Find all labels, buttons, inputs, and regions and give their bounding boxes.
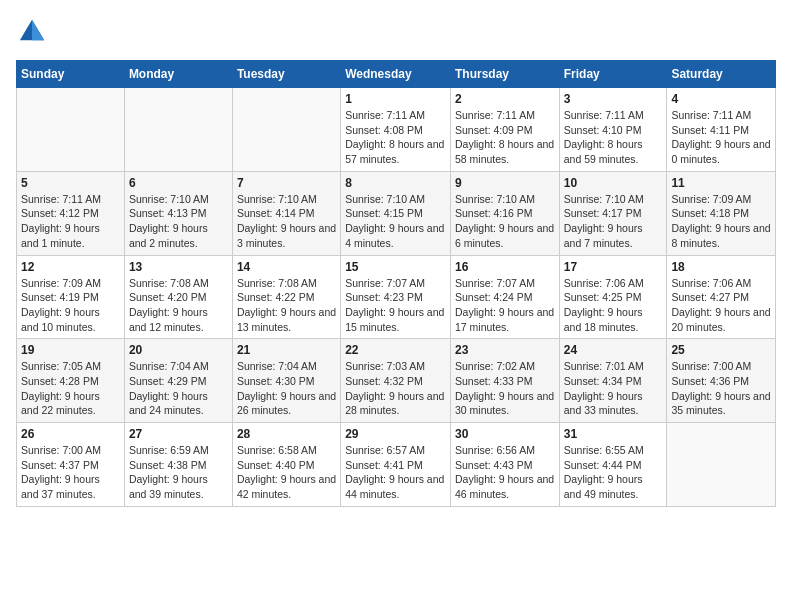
calendar-cell [667, 423, 776, 507]
day-number: 15 [345, 260, 446, 274]
day-number: 27 [129, 427, 228, 441]
calendar-cell: 14Sunrise: 7:08 AMSunset: 4:22 PMDayligh… [232, 255, 340, 339]
weekday-header-tuesday: Tuesday [232, 61, 340, 88]
day-number: 10 [564, 176, 663, 190]
day-info: Sunrise: 6:59 AMSunset: 4:38 PMDaylight:… [129, 443, 228, 502]
day-number: 17 [564, 260, 663, 274]
calendar-cell [17, 88, 125, 172]
calendar-cell: 31Sunrise: 6:55 AMSunset: 4:44 PMDayligh… [559, 423, 667, 507]
day-number: 3 [564, 92, 663, 106]
day-info: Sunrise: 7:11 AMSunset: 4:11 PMDaylight:… [671, 108, 771, 167]
calendar-week-row: 19Sunrise: 7:05 AMSunset: 4:28 PMDayligh… [17, 339, 776, 423]
day-number: 26 [21, 427, 120, 441]
day-number: 20 [129, 343, 228, 357]
calendar-cell: 7Sunrise: 7:10 AMSunset: 4:14 PMDaylight… [232, 171, 340, 255]
calendar-cell: 13Sunrise: 7:08 AMSunset: 4:20 PMDayligh… [124, 255, 232, 339]
day-info: Sunrise: 7:00 AMSunset: 4:37 PMDaylight:… [21, 443, 120, 502]
day-info: Sunrise: 7:11 AMSunset: 4:12 PMDaylight:… [21, 192, 120, 251]
calendar-cell: 28Sunrise: 6:58 AMSunset: 4:40 PMDayligh… [232, 423, 340, 507]
calendar-cell: 21Sunrise: 7:04 AMSunset: 4:30 PMDayligh… [232, 339, 340, 423]
day-number: 29 [345, 427, 446, 441]
day-number: 31 [564, 427, 663, 441]
weekday-header-monday: Monday [124, 61, 232, 88]
calendar-cell: 1Sunrise: 7:11 AMSunset: 4:08 PMDaylight… [341, 88, 451, 172]
day-info: Sunrise: 7:08 AMSunset: 4:22 PMDaylight:… [237, 276, 336, 335]
day-number: 24 [564, 343, 663, 357]
day-number: 28 [237, 427, 336, 441]
calendar-week-row: 1Sunrise: 7:11 AMSunset: 4:08 PMDaylight… [17, 88, 776, 172]
calendar-cell: 3Sunrise: 7:11 AMSunset: 4:10 PMDaylight… [559, 88, 667, 172]
calendar-cell [124, 88, 232, 172]
day-number: 9 [455, 176, 555, 190]
day-info: Sunrise: 7:06 AMSunset: 4:25 PMDaylight:… [564, 276, 663, 335]
day-info: Sunrise: 7:05 AMSunset: 4:28 PMDaylight:… [21, 359, 120, 418]
day-number: 5 [21, 176, 120, 190]
day-number: 16 [455, 260, 555, 274]
weekday-header-saturday: Saturday [667, 61, 776, 88]
day-number: 14 [237, 260, 336, 274]
calendar-cell: 11Sunrise: 7:09 AMSunset: 4:18 PMDayligh… [667, 171, 776, 255]
calendar-cell: 8Sunrise: 7:10 AMSunset: 4:15 PMDaylight… [341, 171, 451, 255]
day-number: 7 [237, 176, 336, 190]
day-number: 2 [455, 92, 555, 106]
day-number: 30 [455, 427, 555, 441]
day-info: Sunrise: 7:09 AMSunset: 4:19 PMDaylight:… [21, 276, 120, 335]
calendar-cell: 17Sunrise: 7:06 AMSunset: 4:25 PMDayligh… [559, 255, 667, 339]
day-number: 6 [129, 176, 228, 190]
calendar-cell: 16Sunrise: 7:07 AMSunset: 4:24 PMDayligh… [450, 255, 559, 339]
day-info: Sunrise: 7:04 AMSunset: 4:30 PMDaylight:… [237, 359, 336, 418]
day-info: Sunrise: 7:11 AMSunset: 4:10 PMDaylight:… [564, 108, 663, 167]
calendar-week-row: 5Sunrise: 7:11 AMSunset: 4:12 PMDaylight… [17, 171, 776, 255]
day-number: 13 [129, 260, 228, 274]
calendar-cell: 5Sunrise: 7:11 AMSunset: 4:12 PMDaylight… [17, 171, 125, 255]
calendar-cell: 23Sunrise: 7:02 AMSunset: 4:33 PMDayligh… [450, 339, 559, 423]
day-number: 12 [21, 260, 120, 274]
weekday-header-wednesday: Wednesday [341, 61, 451, 88]
calendar-cell: 12Sunrise: 7:09 AMSunset: 4:19 PMDayligh… [17, 255, 125, 339]
day-number: 23 [455, 343, 555, 357]
day-info: Sunrise: 6:57 AMSunset: 4:41 PMDaylight:… [345, 443, 446, 502]
day-number: 11 [671, 176, 771, 190]
day-info: Sunrise: 7:04 AMSunset: 4:29 PMDaylight:… [129, 359, 228, 418]
calendar-cell [232, 88, 340, 172]
logo [16, 16, 50, 48]
day-number: 19 [21, 343, 120, 357]
calendar-cell: 18Sunrise: 7:06 AMSunset: 4:27 PMDayligh… [667, 255, 776, 339]
calendar-cell: 27Sunrise: 6:59 AMSunset: 4:38 PMDayligh… [124, 423, 232, 507]
day-info: Sunrise: 7:10 AMSunset: 4:16 PMDaylight:… [455, 192, 555, 251]
day-info: Sunrise: 7:10 AMSunset: 4:14 PMDaylight:… [237, 192, 336, 251]
svg-marker-1 [32, 20, 44, 41]
day-info: Sunrise: 7:07 AMSunset: 4:24 PMDaylight:… [455, 276, 555, 335]
calendar-cell: 26Sunrise: 7:00 AMSunset: 4:37 PMDayligh… [17, 423, 125, 507]
day-number: 4 [671, 92, 771, 106]
calendar-cell: 19Sunrise: 7:05 AMSunset: 4:28 PMDayligh… [17, 339, 125, 423]
calendar-cell: 2Sunrise: 7:11 AMSunset: 4:09 PMDaylight… [450, 88, 559, 172]
calendar-table: SundayMondayTuesdayWednesdayThursdayFrid… [16, 60, 776, 507]
day-info: Sunrise: 7:11 AMSunset: 4:08 PMDaylight:… [345, 108, 446, 167]
day-number: 18 [671, 260, 771, 274]
weekday-header-sunday: Sunday [17, 61, 125, 88]
calendar-cell: 6Sunrise: 7:10 AMSunset: 4:13 PMDaylight… [124, 171, 232, 255]
day-info: Sunrise: 7:08 AMSunset: 4:20 PMDaylight:… [129, 276, 228, 335]
calendar-cell: 29Sunrise: 6:57 AMSunset: 4:41 PMDayligh… [341, 423, 451, 507]
day-number: 25 [671, 343, 771, 357]
calendar-week-row: 12Sunrise: 7:09 AMSunset: 4:19 PMDayligh… [17, 255, 776, 339]
calendar-cell: 22Sunrise: 7:03 AMSunset: 4:32 PMDayligh… [341, 339, 451, 423]
page-header [16, 16, 776, 48]
day-info: Sunrise: 7:10 AMSunset: 4:17 PMDaylight:… [564, 192, 663, 251]
day-info: Sunrise: 7:01 AMSunset: 4:34 PMDaylight:… [564, 359, 663, 418]
day-number: 8 [345, 176, 446, 190]
day-info: Sunrise: 7:06 AMSunset: 4:27 PMDaylight:… [671, 276, 771, 335]
day-info: Sunrise: 6:56 AMSunset: 4:43 PMDaylight:… [455, 443, 555, 502]
day-number: 21 [237, 343, 336, 357]
weekday-header-thursday: Thursday [450, 61, 559, 88]
day-info: Sunrise: 7:10 AMSunset: 4:13 PMDaylight:… [129, 192, 228, 251]
calendar-cell: 30Sunrise: 6:56 AMSunset: 4:43 PMDayligh… [450, 423, 559, 507]
day-info: Sunrise: 7:02 AMSunset: 4:33 PMDaylight:… [455, 359, 555, 418]
calendar-week-row: 26Sunrise: 7:00 AMSunset: 4:37 PMDayligh… [17, 423, 776, 507]
day-number: 22 [345, 343, 446, 357]
calendar-cell: 24Sunrise: 7:01 AMSunset: 4:34 PMDayligh… [559, 339, 667, 423]
day-info: Sunrise: 7:09 AMSunset: 4:18 PMDaylight:… [671, 192, 771, 251]
day-info: Sunrise: 7:00 AMSunset: 4:36 PMDaylight:… [671, 359, 771, 418]
day-info: Sunrise: 7:07 AMSunset: 4:23 PMDaylight:… [345, 276, 446, 335]
